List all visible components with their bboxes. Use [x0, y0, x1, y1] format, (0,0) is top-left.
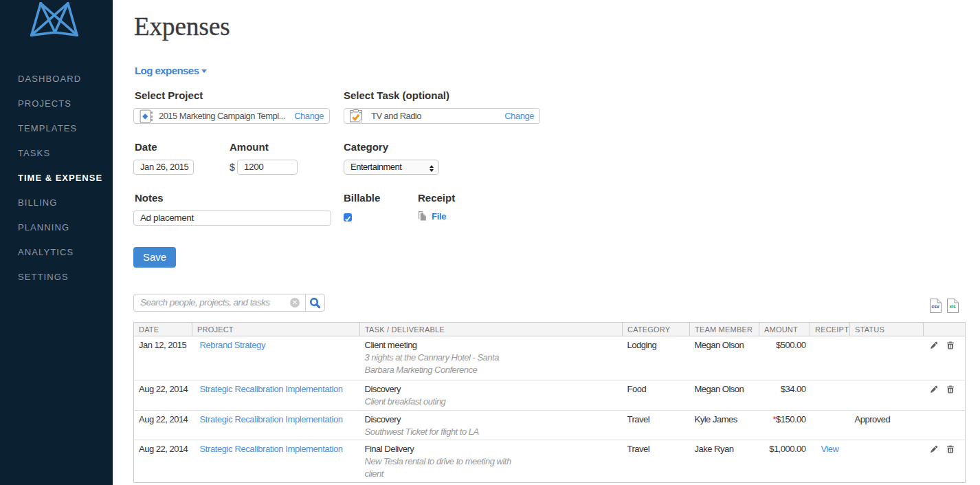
- svg-text:csv: csv: [932, 304, 939, 309]
- svg-text:xls: xls: [949, 304, 955, 309]
